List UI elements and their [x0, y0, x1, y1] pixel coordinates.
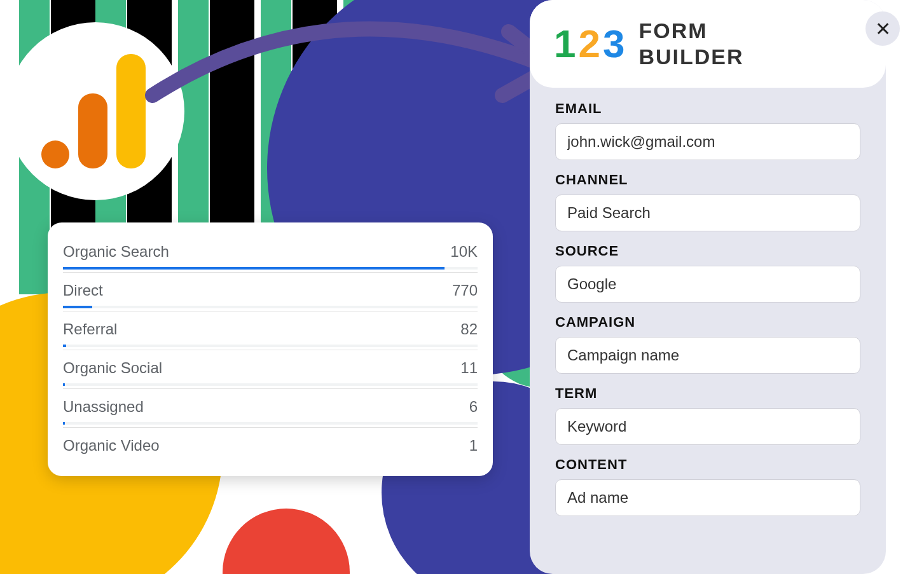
field-label: CAMPAIGN	[555, 314, 860, 331]
source-field[interactable]	[555, 266, 860, 303]
google-analytics-icon	[41, 54, 149, 168]
channel-value: 770	[452, 282, 478, 299]
channel-field[interactable]	[555, 195, 860, 231]
form-builder-title: FORM BUILDER	[638, 18, 743, 70]
field-group: SOURCE	[555, 243, 860, 303]
title-line-1: FORM	[638, 18, 743, 44]
field-group: CONTENT	[555, 456, 860, 516]
term-field[interactable]	[555, 408, 860, 445]
channel-name: Organic Social	[63, 359, 162, 377]
form-builder-logo: 1 2 3	[554, 24, 624, 64]
channel-row[interactable]: Unassigned6	[63, 388, 478, 427]
field-group: CAMPAIGN	[555, 314, 860, 374]
channel-name: Organic Video	[63, 437, 160, 454]
channel-row[interactable]: Direct770	[63, 272, 478, 311]
title-line-2: BUILDER	[638, 44, 743, 70]
channel-row[interactable]: Organic Search10K	[63, 234, 478, 272]
field-label: TERM	[555, 385, 860, 402]
channel-bar	[63, 306, 478, 308]
email-field[interactable]	[555, 123, 860, 160]
channel-value: 1	[469, 437, 478, 454]
campaign-field[interactable]	[555, 337, 860, 374]
channel-bar	[63, 267, 478, 270]
content-field[interactable]	[555, 479, 860, 516]
channel-row[interactable]: Organic Social11	[63, 350, 478, 388]
channel-bar	[63, 383, 478, 386]
channel-value: 10K	[450, 243, 478, 261]
field-label: CHANNEL	[555, 172, 860, 188]
close-button[interactable]: ✕	[865, 11, 900, 46]
logo-digit-2: 2	[578, 24, 600, 64]
channel-name: Referral	[63, 320, 117, 338]
channel-row[interactable]: Referral82	[63, 311, 478, 350]
arrow-icon	[140, 0, 572, 140]
channel-row[interactable]: Organic Video1	[63, 427, 478, 461]
channel-bar	[63, 422, 478, 425]
field-group: EMAIL	[555, 100, 860, 160]
channel-name: Organic Search	[63, 243, 169, 261]
field-label: EMAIL	[555, 100, 860, 117]
channel-value: 11	[460, 359, 478, 377]
analytics-channels-card: Organic Search10KDirect770Referral82Orga…	[48, 222, 493, 476]
channel-value: 6	[469, 398, 478, 416]
channel-bar	[63, 345, 478, 347]
form-builder-header: 1 2 3 FORM BUILDER ✕	[530, 0, 886, 88]
field-group: TERM	[555, 385, 860, 445]
channel-name: Unassigned	[63, 398, 144, 416]
logo-digit-1: 1	[554, 24, 576, 64]
field-group: CHANNEL	[555, 172, 860, 231]
form-builder-panel: 1 2 3 FORM BUILDER ✕ EMAILCHANNELSOURCEC…	[530, 0, 886, 574]
close-icon: ✕	[875, 18, 891, 40]
channel-value: 82	[460, 320, 478, 338]
field-label: CONTENT	[555, 456, 860, 473]
field-label: SOURCE	[555, 243, 860, 259]
channel-name: Direct	[63, 282, 103, 299]
logo-digit-3: 3	[603, 24, 624, 64]
form-body: EMAILCHANNELSOURCECAMPAIGNTERMCONTENT	[530, 88, 886, 540]
